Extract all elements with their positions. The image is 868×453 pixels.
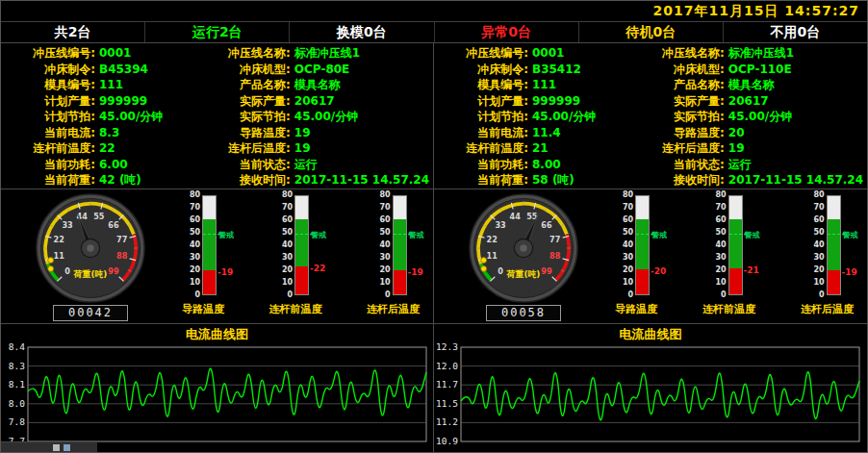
info-row: 接收时间:2017-11-15 14.57.24 (630, 173, 863, 187)
scale-tick: 70 (190, 204, 200, 212)
info-value: 19 (294, 126, 311, 139)
status-item-0: 共2台 (1, 22, 144, 42)
thermometer-label: 连杆后温度 (367, 302, 420, 316)
scale-tick: 10 (813, 279, 824, 287)
indicator-light-icon (481, 265, 487, 271)
info-row: 模具编号:111 (1, 78, 196, 91)
info-value: 20617 (294, 94, 335, 108)
svg-text:11.2: 11.2 (436, 416, 458, 427)
scale-tick: 50 (190, 229, 200, 237)
gauge-display: 00058 (486, 305, 561, 321)
scale-tick: 50 (379, 229, 390, 237)
info-value: 11.4 (532, 126, 561, 139)
scale-tick: 20 (715, 266, 726, 274)
scale-tick: 40 (379, 241, 390, 249)
info-row: 实际产量:20617 (196, 94, 429, 108)
warn-label: 警戒 (218, 230, 234, 240)
load-gauge: 0112233445566778899荷重(吨) (34, 191, 147, 305)
status-bar: 共2台运行2台换模0台异常0台待机0台不用0台 (1, 22, 867, 43)
thermometer-bar: 警戒-21 (728, 195, 743, 295)
scale-tick: 50 (282, 229, 293, 237)
taskbar-unknown-app-icon[interactable] (64, 444, 70, 451)
info-row: 当前功耗:6.00 (1, 158, 196, 171)
chart-title: 电流曲线图 (434, 326, 867, 342)
status-item-5: 不用0台 (723, 22, 867, 42)
svg-text:66: 66 (541, 220, 552, 230)
info-label: 冲床制令: (1, 63, 95, 76)
info-row: 实际产量:20617 (630, 94, 863, 108)
svg-text:22: 22 (487, 235, 498, 244)
info-label: 连杆后温度: (630, 141, 725, 155)
machine-panel-2: 冲压线编号:0001冲床制令:B35412模具编号:111计划产量:999999… (434, 43, 867, 452)
svg-text:55: 55 (93, 212, 105, 221)
scale-tick: 80 (190, 191, 200, 199)
info-section: 冲压线编号:0001冲床制令:B45394模具编号:111计划产量:999999… (1, 43, 433, 189)
current-curve-chart: 12.312.011.711.511.210.9 (434, 342, 867, 450)
info-row: 导路温度:20 (630, 126, 863, 139)
info-value: 2017-11-15 14.57.24 (294, 173, 429, 187)
info-label: 冲压线编号: (1, 46, 95, 60)
thermometer-red-fill (295, 266, 308, 294)
scale-tick: 0 (379, 291, 390, 299)
thermometer-value: -19 (842, 267, 857, 277)
chart-svg: 12.312.011.711.511.210.9 (434, 342, 865, 450)
scale-tick: 60 (715, 216, 726, 224)
status-item-2: 换模0台 (289, 22, 433, 42)
svg-text:8.0: 8.0 (9, 398, 25, 409)
info-value: 20617 (728, 94, 769, 108)
info-value: 45.00/分钟 (532, 110, 596, 123)
scale-tick: 50 (715, 229, 726, 237)
info-row: 接收时间:2017-11-15 14.57.24 (196, 173, 429, 187)
info-row: 冲床机型:OCP-80E (196, 63, 429, 76)
info-row: 模具编号:111 (434, 78, 630, 91)
svg-text:8.1: 8.1 (9, 379, 25, 390)
scale-tick: 80 (282, 191, 293, 199)
scale-tick: 0 (282, 291, 293, 299)
thermometer-bar: 警戒-19 (827, 195, 841, 295)
info-row: 冲床制令:B45394 (1, 63, 196, 76)
taskbar-unknown-app-icon[interactable] (53, 444, 60, 451)
warn-label: 警戒 (311, 230, 326, 240)
svg-text:8.3: 8.3 (9, 361, 25, 371)
info-label: 当前荷重: (434, 173, 528, 187)
thermometer-scale: 80706050403020100 (623, 191, 633, 299)
info-row: 当前电流:11.4 (434, 126, 630, 139)
scale-tick: 60 (813, 216, 824, 224)
scale-tick: 30 (623, 254, 633, 262)
thermometer-scale: 80706050403020100 (715, 191, 726, 299)
thermometer: 80706050403020100警戒-22连杆前温度 (269, 195, 322, 323)
info-value: OCP-110E (728, 63, 792, 76)
taskbar-sliver[interactable] (1, 441, 97, 452)
info-value: 21 (532, 141, 549, 155)
gauge-label: 荷重(吨) (506, 269, 541, 279)
svg-text:12.3: 12.3 (436, 342, 458, 352)
svg-text:11: 11 (487, 251, 498, 261)
svg-text:88: 88 (549, 251, 561, 261)
scale-tick: 40 (282, 241, 293, 249)
info-label: 当前荷重: (1, 173, 95, 187)
machine-panel-1: 冲压线编号:0001冲床制令:B45394模具编号:111计划产量:999999… (1, 43, 434, 452)
info-value: B45394 (99, 63, 148, 76)
info-section: 冲压线编号:0001冲床制令:B35412模具编号:111计划产量:999999… (434, 43, 867, 189)
scale-tick: 40 (715, 241, 726, 249)
info-value: 0001 (532, 46, 564, 60)
info-value: 标准冲压线1 (728, 46, 794, 60)
thermometer-scale: 80706050403020100 (813, 191, 824, 299)
info-row: 实际节拍:45.00/分钟 (196, 110, 429, 123)
gauge-svg: 0112233445566778899荷重(吨) (467, 191, 580, 305)
info-row: 连杆前温度:21 (434, 141, 630, 155)
info-label: 产品名称: (630, 78, 725, 91)
scale-tick: 20 (282, 266, 293, 274)
info-value: 45.00/分钟 (294, 110, 358, 123)
info-value: 22 (99, 141, 115, 155)
info-col-left: 冲压线编号:0001冲床制令:B35412模具编号:111计划产量:999999… (434, 46, 630, 187)
info-row: 当前荷重:58 (吨) (434, 173, 630, 187)
scale-tick: 70 (379, 204, 390, 212)
thermometer-label: 连杆前温度 (269, 302, 322, 316)
info-row: 冲压线编号:0001 (434, 46, 630, 60)
info-label: 计划产量: (434, 94, 528, 108)
scale-tick: 0 (623, 291, 633, 299)
thermometer-label: 连杆前温度 (702, 302, 755, 316)
svg-text:0: 0 (498, 266, 503, 276)
info-row: 计划节拍:45.00/分钟 (1, 110, 196, 123)
